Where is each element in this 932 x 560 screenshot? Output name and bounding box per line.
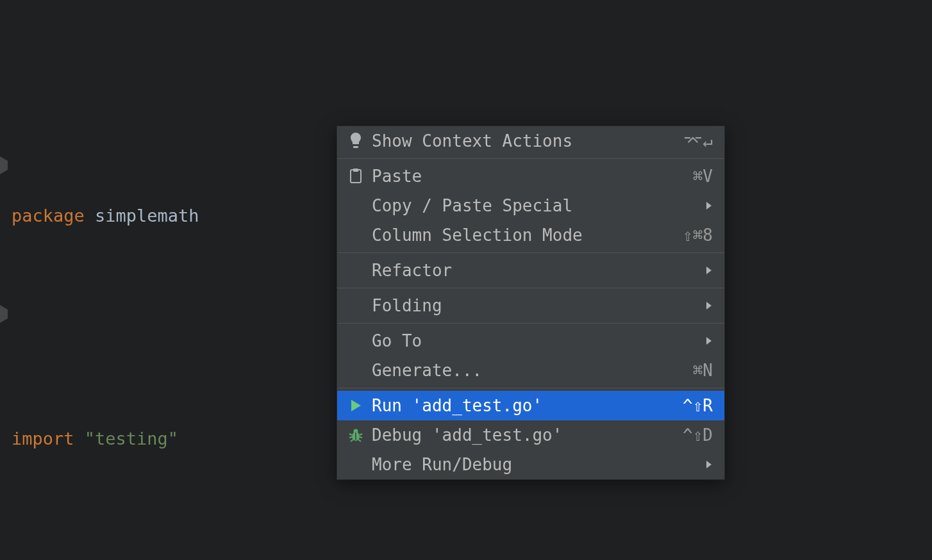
submenu-arrow-icon [705,336,713,346]
menu-label: Refactor [372,261,696,280]
menu-item-refactor[interactable]: Refactor [337,256,724,285]
submenu-arrow-icon [705,265,713,276]
menu-shortcut: ^⇧D [683,425,713,445]
gutter-run-marker-func[interactable] [0,156,8,174]
menu-label: Debug 'add_test.go' [372,425,683,445]
svg-line-10 [358,440,361,441]
menu-separator [337,252,724,253]
svg-rect-2 [353,169,358,172]
menu-label: Column Selection Mode [372,226,683,245]
submenu-arrow-icon [705,301,713,311]
bug-icon [345,427,367,443]
menu-item-generate[interactable]: Generate... ⌘N [337,356,724,385]
context-menu: Show Context Actions ⌤↵ Paste ⌘V Copy / … [337,126,725,480]
menu-label: Copy / Paste Special [372,196,696,215]
menu-label: Generate... [372,361,693,380]
menu-item-show-context-actions[interactable]: Show Context Actions ⌤↵ [337,126,724,156]
gutter-marker-line8 [0,305,8,323]
svg-line-7 [349,437,352,438]
menu-shortcut: ⌤↵ [683,131,713,151]
svg-rect-0 [353,146,358,148]
menu-separator [337,388,724,388]
submenu-arrow-icon [705,459,713,470]
menu-item-folding[interactable]: Folding [337,291,724,320]
menu-item-copy-paste-special[interactable]: Copy / Paste Special [337,191,724,220]
play-icon [345,399,367,413]
menu-shortcut: ⌘N [693,361,713,380]
code-line-4-blank [12,532,932,560]
lightbulb-icon [345,132,367,150]
menu-label: More Run/Debug [372,455,696,474]
menu-label: Paste [372,167,693,186]
clipboard-icon [345,169,367,184]
menu-separator [337,323,724,324]
menu-label: Folding [372,296,696,315]
submenu-arrow-icon [705,201,713,211]
menu-item-column-selection-mode[interactable]: Column Selection Mode ⇧⌘8 [337,220,724,250]
keyword-import: import [12,429,74,449]
menu-shortcut: ⌘V [693,167,713,186]
menu-shortcut: ⇧⌘8 [683,226,713,245]
menu-label: Go To [372,331,696,350]
menu-item-more-run-debug[interactable]: More Run/Debug [337,450,724,479]
menu-shortcut: ^⇧R [683,396,713,415]
menu-label: Show Context Actions [372,131,683,151]
svg-line-8 [360,437,362,438]
svg-line-6 [360,434,362,435]
menu-item-run[interactable]: Run 'add_test.go' ^⇧R [337,391,724,420]
menu-separator [337,158,724,159]
menu-separator [337,288,724,288]
svg-line-9 [351,440,353,441]
menu-label: Run 'add_test.go' [372,396,683,415]
menu-item-debug[interactable]: Debug 'add_test.go' ^⇧D [337,420,724,450]
menu-item-paste[interactable]: Paste ⌘V [337,161,724,191]
package-name: simplemath [95,206,199,226]
menu-item-go-to[interactable]: Go To [337,326,724,356]
svg-line-5 [349,434,352,435]
import-value: "testing" [85,429,178,449]
keyword-package: package [12,206,85,226]
